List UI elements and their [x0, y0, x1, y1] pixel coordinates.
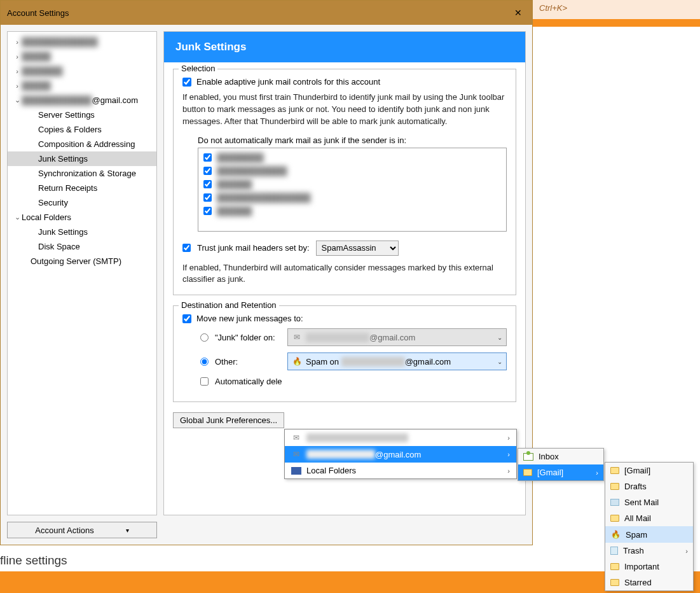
mail-icon: [291, 449, 301, 459]
tree-return-receipts[interactable]: Return Receipts: [8, 181, 156, 195]
trust-desc: If enabled, Thunderbird will automatical…: [182, 262, 507, 286]
tree-composition[interactable]: Composition & Addressing: [8, 137, 156, 151]
fire-icon: [610, 529, 621, 540]
list-item[interactable]: ████████████: [202, 164, 502, 178]
chevron-down-icon: ⌄: [497, 334, 502, 341]
move-junk-label: Move new junk messages to:: [196, 314, 303, 323]
auto-delete-checkbox[interactable]: [200, 377, 209, 386]
submenu2-spam[interactable]: Spam: [605, 526, 693, 543]
enable-adaptive-checkbox[interactable]: [182, 78, 191, 87]
tree-account-0[interactable]: ›█████████████: [8, 34, 156, 49]
tree-account-2[interactable]: ›███████: [8, 64, 156, 78]
titlebar[interactable]: Account Settings ✕: [1, 1, 532, 25]
fire-icon: [292, 356, 302, 366]
folder-icon: [523, 469, 532, 476]
account-tree[interactable]: ›█████████████ ›█████ ›███████ ›█████ ⌄█…: [7, 31, 157, 515]
junk-folder-label: "Junk" folder on:: [215, 333, 281, 342]
folder-icon: [610, 563, 619, 570]
submenu2-drafts[interactable]: Drafts: [605, 478, 693, 494]
enable-adaptive-desc: If enabled, you must first train Thunder…: [182, 92, 507, 128]
submenu2-trash[interactable]: Trash›: [605, 543, 693, 559]
tree-server-settings[interactable]: Server Settings: [8, 108, 156, 122]
tree-security[interactable]: Security: [8, 195, 156, 210]
folder-icon: [610, 483, 619, 490]
trust-headers-checkbox[interactable]: [182, 244, 191, 252]
tree-lf-disk[interactable]: Disk Space: [8, 239, 156, 254]
chevron-right-icon: ›: [507, 434, 510, 442]
tree-outgoing-smtp[interactable]: Outgoing Server (SMTP): [8, 254, 156, 269]
destination-legend: Destination and Retention: [179, 300, 279, 310]
chevron-right-icon: ›: [507, 467, 510, 475]
chevron-right-icon: ›: [14, 67, 20, 75]
dropdown-account-gmail[interactable]: ████████████@gmail.com ›: [285, 446, 516, 463]
inbox-icon: [523, 453, 533, 461]
chevron-right-icon: ›: [14, 82, 20, 90]
chevron-right-icon: ›: [596, 469, 598, 477]
submenu2-starred[interactable]: Starred: [605, 575, 693, 590]
mail-icon: [291, 433, 301, 443]
list-item[interactable]: ████████████████: [202, 191, 502, 204]
folder-icon: [610, 579, 619, 586]
junk-folder-dropdown[interactable]: ████████████@gmail.com ⌄: [287, 328, 507, 346]
tree-junk-settings[interactable]: Junk Settings: [8, 151, 156, 166]
dropdown-local-folders[interactable]: Local Folders ›: [285, 463, 516, 478]
ab-item-checkbox[interactable]: [203, 193, 212, 202]
background-text: fline settings: [0, 554, 67, 568]
move-junk-checkbox[interactable]: [182, 314, 191, 323]
destination-fieldset: Destination and Retention Move new junk …: [173, 305, 516, 402]
dialog-title: Account Settings: [7, 8, 69, 18]
selection-legend: Selection: [179, 64, 217, 73]
submenu2-allmail[interactable]: All Mail: [605, 510, 693, 526]
close-icon[interactable]: ✕: [511, 5, 526, 20]
tree-copies-folders[interactable]: Copies & Folders: [8, 122, 156, 137]
selection-fieldset: Selection Enable adaptive junk mail cont…: [173, 69, 516, 295]
list-item[interactable]: ████████: [202, 151, 502, 164]
gmail-folder-submenu[interactable]: [Gmail] Drafts Sent Mail All Mail Spam T…: [605, 462, 694, 591]
tree-lf-junk[interactable]: Junk Settings: [8, 225, 156, 239]
ab-item-checkbox[interactable]: [203, 180, 212, 188]
chevron-right-icon: ›: [685, 547, 688, 555]
trust-headers-select[interactable]: SpamAssassin: [316, 241, 399, 256]
global-junk-button[interactable]: Global Junk Preferences...: [173, 412, 284, 428]
chevron-right-icon: ›: [14, 53, 20, 60]
folder-dropdown-popup[interactable]: █████████████████ › ████████████@gmail.c…: [284, 429, 517, 479]
tree-account-3[interactable]: ›█████: [8, 78, 156, 93]
trash-icon: [610, 547, 618, 555]
enable-adaptive-label: Enable adaptive junk mail controls for t…: [196, 77, 380, 87]
other-folder-radio[interactable]: [200, 358, 209, 366]
submenu-gmail[interactable]: [Gmail] ›: [518, 464, 603, 480]
tree-sync-storage[interactable]: Synchronization & Storage: [8, 166, 156, 181]
list-item[interactable]: ██████: [202, 204, 502, 218]
account-actions-dropdown[interactable]: Account Actions ▾: [7, 522, 157, 538]
folder-submenu[interactable]: Inbox [Gmail] ›: [518, 448, 604, 481]
background-hint: Ctrl+K>: [533, 0, 700, 19]
dropdown-account-0[interactable]: █████████████████ ›: [285, 429, 516, 446]
folder-icon: [610, 467, 619, 474]
submenu-inbox[interactable]: Inbox: [518, 449, 603, 464]
junk-folder-radio[interactable]: [200, 333, 209, 342]
background-orange-footer: [0, 571, 700, 593]
submenu2-sent[interactable]: Sent Mail: [605, 494, 693, 510]
ab-item-checkbox[interactable]: [203, 167, 212, 175]
folder-icon: [610, 515, 619, 522]
tree-account-gmail[interactable]: ⌄████████████@gmail.com: [8, 93, 156, 108]
donot-mark-label: Do not automatically mark mail as junk i…: [198, 136, 507, 145]
auto-delete-label: Automatically dele: [215, 377, 282, 386]
submenu2-important[interactable]: Important: [605, 559, 693, 575]
other-folder-dropdown[interactable]: Spam on ████████████@gmail.com ⌄: [287, 352, 507, 370]
chevron-right-icon: ›: [507, 450, 510, 458]
ab-item-checkbox[interactable]: [203, 207, 212, 215]
submenu2-gmail[interactable]: [Gmail]: [605, 463, 693, 478]
panel-title: Junk Settings: [164, 32, 525, 62]
tree-account-1[interactable]: ›█████: [8, 49, 156, 64]
mail-icon: [292, 332, 302, 342]
tree-local-folders[interactable]: ⌄Local Folders: [8, 210, 156, 225]
other-folder-label: Other:: [215, 357, 281, 366]
chevron-down-icon: ⌄: [14, 213, 20, 221]
list-item[interactable]: ██████: [202, 178, 502, 191]
background-orange-bar: [533, 19, 700, 27]
address-book-listbox[interactable]: ████████ ████████████ ██████ ███████████…: [198, 148, 507, 232]
ab-item-checkbox[interactable]: [203, 153, 212, 162]
trust-headers-label: Trust junk mail headers set by:: [197, 243, 310, 253]
localfolders-icon: [291, 467, 301, 475]
